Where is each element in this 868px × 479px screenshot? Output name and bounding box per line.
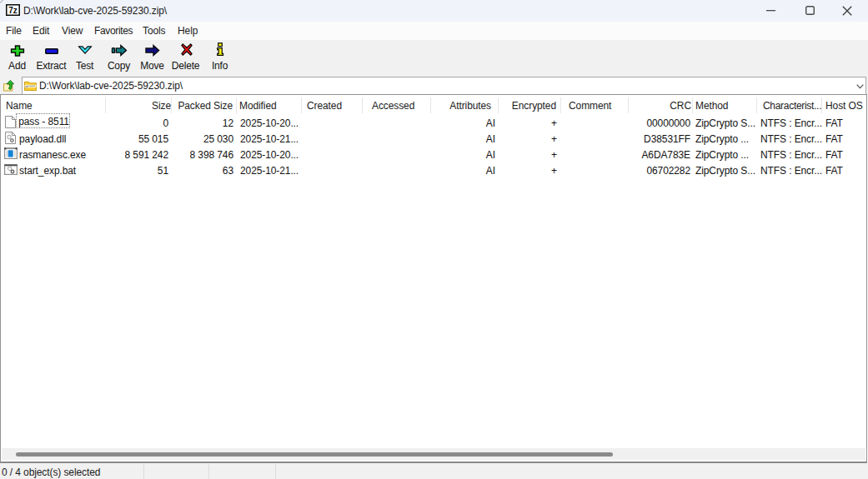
svg-text:7z: 7z [8, 6, 18, 15]
